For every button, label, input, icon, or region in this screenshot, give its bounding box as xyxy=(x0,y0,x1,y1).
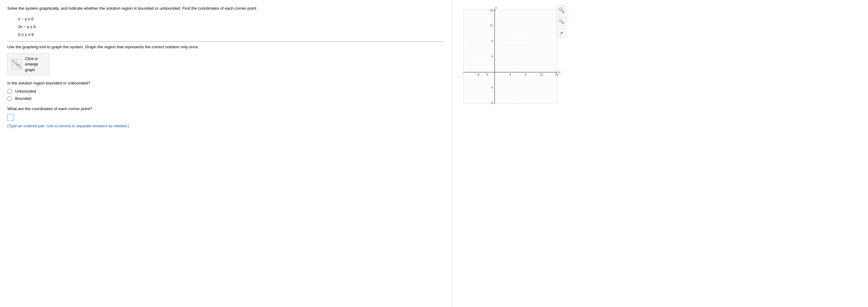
y-tick-16: 16 xyxy=(490,9,493,12)
corner-question: What are the coordinates of each corner … xyxy=(7,106,444,111)
x-tick--4: -4 xyxy=(485,73,488,76)
problem-intro: Solve the system graphically, and indica… xyxy=(7,5,444,11)
x-axis-label: x xyxy=(559,70,561,74)
y-tick-8: 8 xyxy=(491,39,493,43)
zoom-in-button[interactable]: 🔍 xyxy=(557,5,566,14)
external-link-icon: ↗ xyxy=(560,31,563,35)
equation-2: 2x − y ≤ 6 xyxy=(18,23,444,31)
bounded-question: Is the solution region bounded or unboun… xyxy=(7,81,444,85)
radio-bounded-circle[interactable] xyxy=(7,96,12,101)
right-panel: /* computed in JS below */ xyxy=(452,0,868,307)
left-panel: Solve the system graphically, and indica… xyxy=(0,0,452,307)
radio-unbounded-circle[interactable] xyxy=(7,89,12,94)
option-bounded[interactable]: Bounded xyxy=(7,96,444,101)
coordinate-graph[interactable]: /* computed in JS below */ xyxy=(455,5,566,117)
zoom-in-icon: 🔍 xyxy=(558,7,564,13)
x-tick-8: 8 xyxy=(525,73,527,76)
y-tick-4: 4 xyxy=(491,55,493,58)
option-bounded-label: Bounded xyxy=(15,96,31,101)
radio-group: Unbounded Bounded xyxy=(7,89,444,101)
equation-1: x − y ≤ 0 xyxy=(18,15,444,23)
x-tick-12: 12 xyxy=(539,73,543,76)
equation-3: 0 ≤ x ≤ 9 xyxy=(18,31,444,39)
option-unbounded-label: Unbounded xyxy=(15,89,36,93)
enlarge-graph-button[interactable]: Click toenlargegraph xyxy=(7,53,50,75)
y-tick--4: -4 xyxy=(490,86,493,89)
graph-controls: 🔍 🔍 ↗ xyxy=(557,5,566,37)
zoom-out-icon: 🔍 xyxy=(559,19,564,24)
graph-container: /* computed in JS below */ xyxy=(455,5,566,304)
x-tick--8: -8 xyxy=(476,73,479,76)
external-link-button[interactable]: ↗ xyxy=(557,28,566,37)
answer-input-box[interactable] xyxy=(7,114,14,121)
enlarge-btn-label: Click toenlargegraph xyxy=(25,56,38,73)
option-unbounded[interactable]: Unbounded xyxy=(7,89,444,94)
instruction-text: Use the graphing tool to graph the syste… xyxy=(7,44,444,49)
y-tick-12: 12 xyxy=(490,24,493,27)
answer-hint: (Type an ordered pair. Use a comma to se… xyxy=(7,124,444,128)
x-tick-4: 4 xyxy=(509,73,511,76)
x-tick-16: 16 xyxy=(555,73,558,76)
y-tick--8: -8 xyxy=(490,101,493,105)
graph-thumbnail-icon xyxy=(11,59,22,70)
zoom-out-button[interactable]: 🔍 xyxy=(557,17,566,26)
equations-block: x − y ≤ 0 2x − y ≤ 6 0 ≤ x ≤ 9 xyxy=(18,15,444,38)
y-axis-label: y xyxy=(495,6,497,9)
